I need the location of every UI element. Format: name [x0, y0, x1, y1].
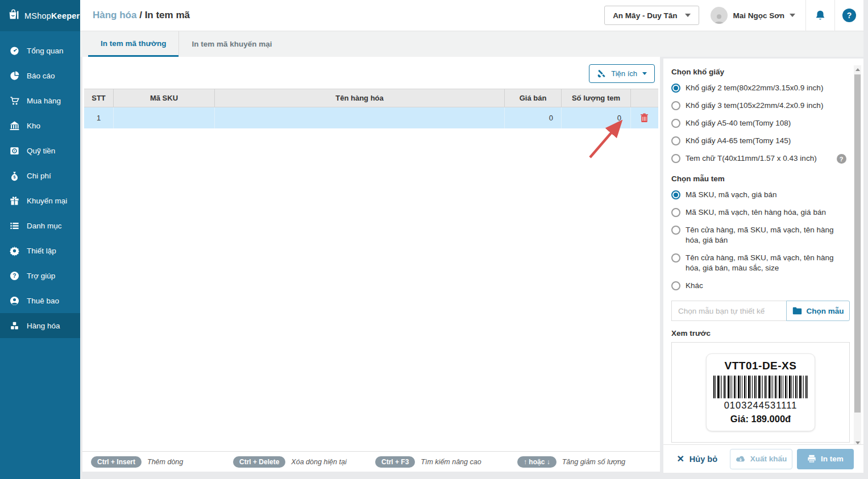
sidebar-item-khuyen-mai[interactable]: Khuyến mại: [0, 188, 80, 213]
col-header-sku[interactable]: Mã SKU: [114, 89, 215, 107]
sidebar-item-hang-hoa[interactable]: Hàng hóa: [0, 313, 80, 338]
brand-name: MShopKeeper: [24, 11, 80, 20]
close-icon: ✕: [676, 453, 684, 464]
preview-title: Xem trước: [671, 329, 850, 338]
template-option-3[interactable]: Tên cửa hàng, mã SKU, mã vạch, tên hàng …: [671, 222, 850, 249]
cell-sku[interactable]: [114, 107, 215, 128]
template-option-1[interactable]: Mã SKU, mã vạch, giá bán: [671, 186, 850, 204]
custom-template-input[interactable]: [671, 301, 786, 321]
svg-text:?: ?: [13, 273, 16, 279]
chevron-down-icon: [642, 72, 647, 75]
paper-option-label: Khổ giấy 3 tem(105x22mm/4.2x0.9 inch): [686, 101, 823, 111]
export-label: Xuất khẩu: [750, 455, 787, 463]
preview-price: Giá: 189.000đ: [711, 414, 810, 424]
preview-barcode-number: 0103244531111: [711, 400, 810, 411]
tab-in-tem-ma-khuyen-mai[interactable]: In tem mã khuyến mại: [178, 31, 284, 57]
chevron-down-icon: [790, 14, 795, 17]
tools-icon: [597, 69, 606, 78]
sidebar-item-tong-quan[interactable]: Tổng quan: [0, 38, 80, 63]
shortcut-add-row: Ctrl + Insert Thêm dòng: [91, 456, 233, 468]
tab-in-tem-ma-thuong[interactable]: In tem mã thường: [88, 31, 178, 57]
sidebar-item-chi-phi[interactable]: $ Chi phí: [0, 163, 80, 188]
custom-template-row: Chọn mẫu: [671, 301, 850, 321]
store-selector[interactable]: An Mây - Duy Tân: [604, 6, 699, 25]
breadcrumb-current: In tem mã: [145, 10, 190, 20]
shopping-bag-icon: [7, 9, 20, 23]
trash-icon: [640, 113, 649, 123]
paper-option-label: Khổ giấy A4-65 tem(Tomy 145): [686, 136, 791, 146]
scrollbar-thumb[interactable]: [854, 74, 861, 413]
main-content: Tiện ích STT Mã SKU Tên hàng hóa Giá bán…: [82, 57, 660, 472]
breadcrumb-parent[interactable]: Hàng hóa: [93, 10, 136, 20]
user-menu[interactable]: Mai Ngọc Sơn: [711, 7, 795, 24]
shortcut-adjust-qty: ↑ hoặc ↓ Tăng giảm số lượng: [517, 456, 625, 468]
col-header-name[interactable]: Tên hàng hóa: [215, 89, 505, 107]
sidebar-item-thue-bao[interactable]: Thuê bao: [0, 288, 80, 313]
print-label: In tem: [821, 455, 844, 463]
sidebar-item-label: Tổng quan: [27, 47, 64, 55]
shortcut-desc: Tìm kiếm nâng cao: [421, 458, 481, 466]
print-options-panel: Chọn khổ giấy Khổ giấy 2 tem(80x22mm/3.1…: [663, 59, 863, 473]
utilities-label: Tiện ích: [611, 69, 637, 78]
help-button[interactable]: ?: [835, 0, 863, 31]
printer-icon: [807, 455, 816, 463]
user-name: Mai Ngọc Sơn: [733, 11, 784, 20]
cloud-download-icon: [736, 455, 746, 463]
sidebar-item-mua-hang[interactable]: Mua hàng: [0, 88, 80, 113]
paper-option-a4-65[interactable]: Khổ giấy A4-65 tem(Tomy 145): [671, 132, 850, 150]
shortcut-keys: ↑ hoặc ↓: [517, 456, 556, 468]
sidebar-item-label: Chi phí: [27, 172, 51, 180]
template-option-2[interactable]: Mã SKU, mã vạch, tên hàng hóa, giá bán: [671, 204, 850, 222]
delete-row-button[interactable]: [631, 107, 657, 128]
panel-scrollbar[interactable]: [854, 65, 861, 447]
notifications-button[interactable]: [806, 0, 834, 31]
export-button[interactable]: Xuất khẩu: [730, 449, 792, 469]
preview-box: VTT01-DE-XS 0103244531111 Giá: 189.000đ: [671, 342, 850, 443]
app-logo[interactable]: MShopKeeper: [0, 0, 80, 31]
subscriber-icon: [9, 295, 20, 306]
sidebar-item-label: Mua hàng: [27, 97, 61, 105]
shortcut-desc: Xóa dòng hiện tại: [291, 458, 346, 466]
paper-option-tem-chu-t[interactable]: Tem chữ T(40x11mm/1.57 x 0.43 inch) ?: [671, 150, 850, 168]
shortcut-keys: Ctrl + Insert: [91, 456, 142, 468]
folder-icon: [792, 307, 802, 315]
safe-icon: [9, 145, 20, 156]
print-button[interactable]: In tem: [797, 449, 854, 469]
table-row[interactable]: 1 0 0: [84, 107, 658, 128]
question-icon[interactable]: ?: [837, 154, 846, 164]
scroll-up-icon[interactable]: [855, 68, 860, 71]
store-selector-value: An Mây - Duy Tân: [613, 11, 677, 20]
sidebar-item-tro-giup[interactable]: ? Trợ giúp: [0, 263, 80, 288]
paper-option-3tem[interactable]: Khổ giấy 3 tem(105x22mm/4.2x0.9 inch): [671, 97, 850, 115]
sidebar-item-label: Danh mục: [27, 222, 62, 230]
sidebar-item-danh-muc[interactable]: Danh mục: [0, 213, 80, 238]
template-option-4[interactable]: Tên cửa hàng, mã SKU, mã vạch, tên hàng …: [671, 249, 850, 277]
paper-option-a5-40[interactable]: Khổ giấy A5-40 tem(Tomy 108): [671, 115, 850, 132]
cancel-button[interactable]: ✕ Hủy bỏ: [676, 453, 717, 464]
sidebar-item-bao-cao[interactable]: Báo cáo: [0, 63, 80, 88]
paper-option-2tem[interactable]: Khổ giấy 2 tem(80x22mm/3.15x0.9 inch): [671, 80, 850, 97]
sidebar-item-kho[interactable]: Kho: [0, 113, 80, 138]
cell-qty[interactable]: 0: [562, 107, 631, 128]
sidebar-item-thiet-lap[interactable]: Thiết lập: [0, 238, 80, 263]
col-header-price[interactable]: Giá bán: [505, 89, 562, 107]
col-header-qty[interactable]: Số lượng tem: [562, 89, 631, 107]
shortcut-keys: Ctrl + F3: [375, 456, 415, 468]
action-bar: ✕ Hủy bỏ Xuất khẩu In tem: [663, 444, 863, 473]
template-option-label: Tên cửa hàng, mã SKU, mã vạch, tên hàng …: [686, 253, 850, 273]
sidebar-item-label: Báo cáo: [27, 72, 55, 80]
sidebar-item-quy-tien[interactable]: Quỹ tiền: [0, 138, 80, 163]
utilities-button[interactable]: Tiện ích: [589, 64, 655, 83]
template-option-khac[interactable]: Khác: [671, 277, 850, 295]
sidebar-item-label: Khuyến mại: [27, 197, 67, 205]
template-option-label: Mã SKU, mã vạch, tên hàng hóa, giá bán: [686, 207, 826, 218]
col-header-stt[interactable]: STT: [84, 89, 114, 107]
cell-name[interactable]: [215, 107, 505, 128]
tab-strip: In tem mã thường In tem mã khuyến mại: [80, 31, 863, 57]
choose-template-button[interactable]: Chọn mẫu: [786, 301, 850, 321]
dashboard-icon: [9, 45, 20, 56]
template-option-label: Khác: [686, 281, 703, 291]
table-header-row: STT Mã SKU Tên hàng hóa Giá bán Số lượng…: [84, 89, 658, 107]
radio-icon: [671, 226, 680, 235]
radio-icon: [671, 281, 680, 290]
